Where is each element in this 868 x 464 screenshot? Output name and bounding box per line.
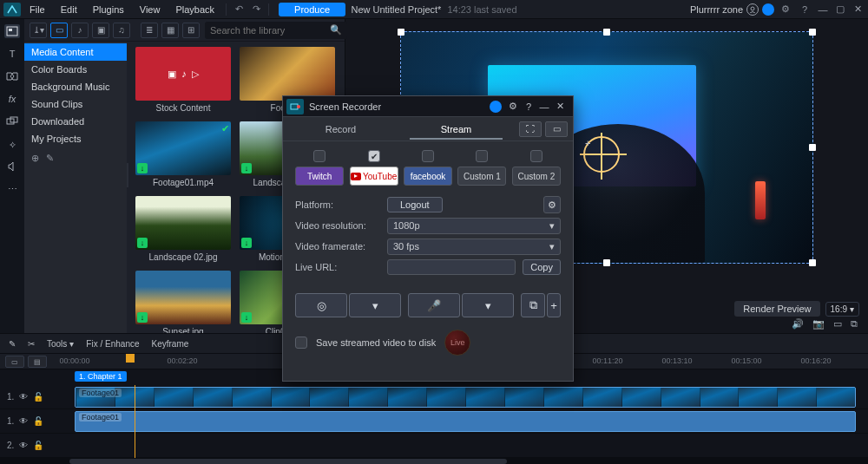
rail-audio-icon[interactable]: [4, 160, 20, 173]
tab-stream[interactable]: Stream: [398, 120, 514, 139]
menu-file[interactable]: File: [23, 2, 52, 17]
service-checkbox-youtube[interactable]: ✔: [368, 150, 380, 162]
thumb-sunset[interactable]: ↓ Sunset.jpg: [135, 271, 231, 333]
user-avatar-icon[interactable]: [746, 3, 759, 16]
settings-gear-icon[interactable]: ⚙: [778, 3, 793, 16]
chapter-marker[interactable]: 1. Chapter 1: [75, 371, 127, 382]
copy-url-button[interactable]: Copy: [523, 259, 561, 275]
save-to-disk-checkbox[interactable]: [295, 337, 307, 349]
resize-handle[interactable]: [603, 29, 610, 36]
rail-title-icon[interactable]: T: [4, 47, 20, 61]
track-lock-icon[interactable]: 🔓: [33, 441, 43, 450]
timeline-view2-icon[interactable]: ▤: [28, 356, 47, 368]
menu-view[interactable]: View: [133, 2, 168, 17]
track-visibility-icon[interactable]: 👁: [19, 416, 28, 426]
overlay-add-button[interactable]: +: [547, 293, 561, 317]
resize-handle[interactable]: [809, 29, 816, 36]
tag-add-icon[interactable]: ⊕: [31, 153, 39, 164]
rail-more-icon[interactable]: ⋯: [4, 182, 20, 196]
redo-icon[interactable]: ↷: [248, 3, 264, 16]
service-youtube-button[interactable]: YouTube: [350, 167, 398, 186]
sidebar-item-media-content[interactable]: Media Content: [24, 43, 127, 61]
sidebar-item-sound-clips[interactable]: Sound Clips: [24, 95, 127, 113]
sidebar-collapse-handle[interactable]: ‹: [127, 163, 128, 187]
microphone-toggle-button[interactable]: 🎤: [408, 293, 460, 317]
notifications-icon[interactable]: [762, 3, 774, 16]
rail-effects-icon[interactable]: fx: [4, 92, 20, 106]
window-close-icon[interactable]: ✕: [851, 3, 865, 15]
dialog-help-icon[interactable]: ?: [521, 101, 536, 112]
fix-enhance-button[interactable]: Fix / Enhance: [86, 339, 139, 349]
view-detail-icon[interactable]: ⊞: [182, 23, 200, 38]
framerate-select[interactable]: 30 fps▾: [387, 239, 561, 255]
rail-overlay-icon[interactable]: [4, 114, 20, 128]
filter-video-icon[interactable]: ♪: [71, 23, 89, 38]
search-icon[interactable]: 🔍: [330, 24, 342, 36]
service-facebook-button[interactable]: facebook: [404, 167, 452, 186]
dock-icon[interactable]: ▭: [833, 318, 842, 330]
resize-handle[interactable]: [809, 144, 816, 151]
keyframe-button[interactable]: Keyframe: [152, 339, 189, 349]
rail-media-icon[interactable]: [4, 24, 20, 38]
rail-transition-icon[interactable]: [4, 69, 20, 83]
microphone-dropdown[interactable]: ▾: [462, 293, 514, 317]
resize-handle[interactable]: [603, 259, 610, 266]
sidebar-item-color-boards[interactable]: Color Boards: [24, 61, 127, 78]
platform-settings-icon[interactable]: ⚙: [543, 196, 561, 213]
resize-handle[interactable]: [809, 259, 816, 266]
menu-plugins[interactable]: Plugins: [86, 2, 131, 17]
center-target-icon[interactable]: +: [583, 136, 620, 173]
dialog-settings-icon[interactable]: ⚙: [505, 101, 521, 112]
dialog-account-icon[interactable]: [490, 101, 502, 113]
thumb-stock-content[interactable]: ▣♪▷ Stock Content: [135, 47, 231, 113]
timeline-clip[interactable]: Footage01: [75, 387, 856, 408]
overlay-toggle-button[interactable]: ⧉: [521, 293, 545, 317]
rail-particle-icon[interactable]: ⟡: [4, 137, 20, 151]
capture-window-icon[interactable]: ▭: [545, 121, 568, 137]
window-minimize-icon[interactable]: —: [816, 4, 830, 15]
popout-icon[interactable]: ⧉: [851, 318, 858, 330]
dialog-close-icon[interactable]: ✕: [552, 101, 568, 112]
playhead-icon[interactable]: [126, 354, 135, 363]
timeline-scrollbar[interactable]: [0, 458, 868, 464]
sidebar-item-bg-music[interactable]: Background Music: [24, 78, 127, 95]
sidebar-item-my-projects[interactable]: My Projects: [24, 130, 127, 147]
track-lock-icon[interactable]: 🔓: [33, 392, 43, 402]
menu-playback[interactable]: Playback: [168, 2, 221, 17]
go-live-button[interactable]: Live: [444, 330, 470, 356]
scrollbar-thumb[interactable]: [69, 459, 507, 464]
window-restore-icon[interactable]: ▢: [833, 3, 847, 15]
tab-record[interactable]: Record: [283, 120, 398, 139]
sidebar-item-downloaded[interactable]: Downloaded: [24, 113, 127, 130]
undo-icon[interactable]: ↶: [231, 3, 247, 16]
resolution-select[interactable]: 1080p▾: [387, 218, 561, 234]
search-input[interactable]: [210, 25, 330, 36]
filter-all-icon[interactable]: ▭: [50, 23, 68, 38]
filter-audio-icon[interactable]: ♫: [113, 23, 130, 38]
menu-edit[interactable]: Edit: [54, 2, 84, 17]
capture-fullscreen-icon[interactable]: ⛶: [519, 121, 542, 137]
webcam-dropdown[interactable]: ▾: [349, 293, 401, 317]
pencil-icon[interactable]: ✎: [9, 339, 16, 349]
tools-dropdown[interactable]: Tools ▾: [47, 339, 74, 349]
track-visibility-icon[interactable]: 👁: [19, 392, 28, 402]
service-checkbox-custom2[interactable]: [530, 150, 542, 162]
service-checkbox-twitch[interactable]: [313, 150, 326, 162]
tag-edit-icon[interactable]: ✎: [46, 153, 54, 164]
track-visibility-icon[interactable]: 👁: [19, 441, 28, 450]
aspect-ratio-select[interactable]: 16:9▾: [825, 302, 859, 317]
thumb-footage01[interactable]: ✔ ↓ Footage01.mp4: [135, 121, 231, 187]
thumb-landscape02[interactable]: ↓ Landscape 02.jpg: [135, 196, 231, 262]
service-checkbox-facebook[interactable]: [422, 150, 434, 162]
service-checkbox-custom1[interactable]: [476, 150, 488, 162]
volume-icon[interactable]: 🔊: [792, 318, 804, 330]
service-custom1-button[interactable]: Custom 1: [457, 167, 506, 186]
snapshot-icon[interactable]: 📷: [812, 318, 825, 330]
filter-image-icon[interactable]: ▣: [92, 23, 109, 38]
dialog-minimize-icon[interactable]: —: [536, 101, 552, 112]
library-search[interactable]: 🔍: [205, 22, 347, 39]
logout-button[interactable]: Logout: [387, 197, 443, 212]
track-lock-icon[interactable]: 🔓: [33, 416, 43, 426]
timeline-view1-icon[interactable]: ▭: [5, 356, 24, 368]
view-grid-icon[interactable]: ▦: [161, 23, 179, 38]
